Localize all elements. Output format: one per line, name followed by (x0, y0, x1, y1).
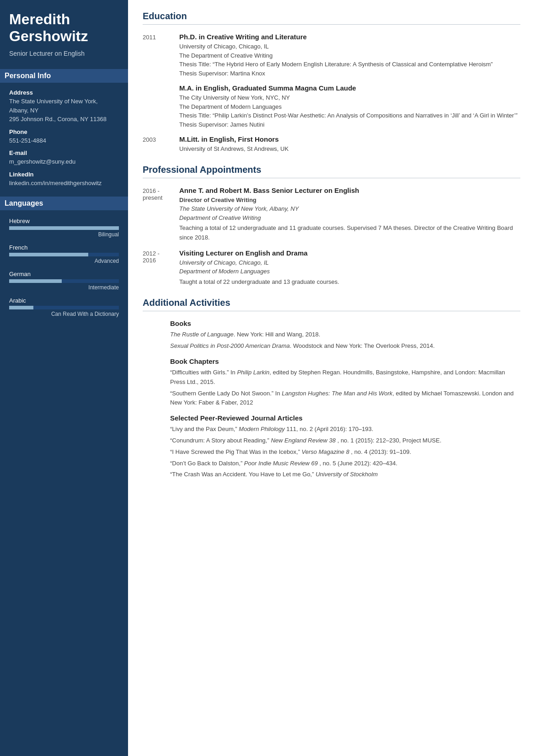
activities-heading: Additional Activities (143, 298, 520, 311)
candidate-name: Meredith Gershowitz (9, 11, 119, 45)
email-value: m_gershowitz@suny.edu (9, 157, 119, 166)
education-entry-phd: 2011 Ph.D. in Creative Writing and Liter… (143, 33, 520, 78)
entry-supervisor-ma: Thesis Supervisor: James Nutini (179, 120, 520, 129)
book-2-italic: Sexual Politics in Post-2000 American Dr… (170, 342, 290, 349)
lang-level-french: Advanced (9, 258, 119, 264)
lang-level-hebrew: Bilingual (9, 231, 119, 238)
sidebar: Meredith Gershowitz Senior Lecturer on E… (0, 0, 128, 756)
entry-content-mlitt: M.Litt. in English, First Honors Univers… (179, 135, 520, 154)
entry-content-prof2: Visiting Lecturer on English and Drama U… (179, 249, 520, 287)
linkedin-label: LinkedIn (9, 171, 119, 178)
candidate-title: Senior Lecturer on English (9, 49, 119, 59)
language-hebrew: Hebrew Bilingual (9, 218, 119, 238)
article-2-italic: New England Review 38 (271, 437, 336, 444)
entry-year-phd: 2011 (143, 33, 179, 78)
education-entry-mlitt: 2003 M.Litt. in English, First Honors Un… (143, 135, 520, 154)
chapter-2: “Southern Gentle Lady Do Not Swoon.” In … (170, 389, 520, 408)
education-entry-ma: M.A. in English, Graduated Summa Magna C… (143, 84, 520, 129)
article-3-italic: Verso Magazine 8 (302, 448, 349, 455)
professional-entry-1: 2016 -present Anne T. and Robert M. Bass… (143, 186, 520, 243)
entry-title-prof2: Visiting Lecturer on English and Drama (179, 249, 520, 257)
address-value: The State University of New York,Albany,… (9, 97, 119, 124)
entry-year-prof1: 2016 -present (143, 186, 179, 243)
entry-dept-ma: The Department of Modern Languages (179, 102, 520, 112)
entry-title-prof1: Anne T. and Robert M. Bass Senior Lectur… (179, 186, 520, 194)
entry-year-ma (143, 84, 179, 129)
book-chapters-heading: Book Chapters (170, 357, 520, 365)
chapter-1-italic: Philip Larkin (237, 369, 269, 376)
lang-bar-hebrew (9, 226, 119, 230)
article-4: “Don’t Go Back to Dalston,” Poor Indie M… (170, 459, 520, 469)
entry-body-prof1: Teaching a total of 12 undergraduate and… (179, 224, 520, 243)
entry-content-phd: Ph.D. in Creative Writing and Literature… (179, 33, 520, 78)
article-5-italic: University of Stockholm (316, 471, 378, 478)
language-german: German Intermediate (9, 271, 119, 291)
professional-entry-2: 2012 -2016 Visiting Lecturer on English … (143, 249, 520, 287)
entry-year-prof2: 2012 -2016 (143, 249, 179, 287)
linkedin-value: linkedin.com/in/meredithgershowitz (9, 179, 119, 188)
book-1-rest: . New York: Hill and Wang, 2018. (234, 331, 321, 338)
book-2-rest: . Woodstock and New York: The Overlook P… (290, 342, 435, 349)
entry-dept-phd: The Department of Creative Writing (179, 51, 520, 60)
book-2: Sexual Politics in Post-2000 American Dr… (170, 341, 520, 351)
education-heading: Education (143, 11, 520, 25)
article-2: “Conundrum: A Story about Reading,” New … (170, 436, 520, 446)
email-label: E-mail (9, 149, 119, 156)
lang-bar-arabic (9, 306, 119, 309)
entry-content-ma: M.A. in English, Graduated Summa Magna C… (179, 84, 520, 129)
article-1-italic: Modern Philology (239, 426, 284, 432)
books-heading: Books (170, 319, 520, 327)
entry-inst-prof2: University of Chicago, Chicago, IL (179, 258, 520, 267)
entry-subtitle-prof1: Director of Creative Writing (179, 196, 520, 205)
lang-level-german: Intermediate (9, 284, 119, 291)
personal-info-heading: Personal Info (0, 69, 128, 83)
phone-value: 551-251-4884 (9, 136, 119, 145)
lang-name-french: French (9, 244, 119, 251)
chapter-1: “Difficulties with Girls.” In Philip Lar… (170, 368, 520, 387)
entry-dept-prof2: Department of Modern Languages (179, 267, 520, 276)
entry-dept-prof1: Department of Creative Writing (179, 213, 520, 223)
lang-name-german: German (9, 271, 119, 277)
entry-year-mlitt: 2003 (143, 135, 179, 154)
article-5: “The Crash Was an Accident. You Have to … (170, 470, 520, 479)
entry-institution-mlitt: University of St Andrews, St Andrews, UK (179, 144, 520, 154)
entry-thesis-phd: Thesis Title: “The Hybrid Hero of Early … (179, 60, 520, 69)
lang-name-arabic: Arabic (9, 297, 119, 304)
entry-body-prof2: Taught a total of 22 undergraduate and 1… (179, 277, 520, 287)
language-french: French Advanced (9, 244, 119, 264)
lang-name-hebrew: Hebrew (9, 218, 119, 224)
chapter-2-italic: Langston Hughes: The Man and His Work (282, 390, 392, 397)
book-1: The Rustle of Language. New York: Hill a… (170, 330, 520, 340)
entry-supervisor-phd: Thesis Supervisor: Martina Knox (179, 69, 520, 78)
lang-bar-french (9, 253, 119, 256)
entry-institution-phd: University of Chicago, Chicago, IL (179, 42, 520, 51)
article-3: “I Have Screwed the Pig That Was in the … (170, 447, 520, 457)
address-label: Address (9, 89, 119, 96)
entry-thesis-ma: Thesis Title: “Philip Larkin’s Distinct … (179, 111, 520, 120)
peer-reviewed-heading: Selected Peer-Reviewed Journal Articles (170, 414, 520, 422)
language-arabic: Arabic Can Read With a Dictionary (9, 297, 119, 317)
entry-title-mlitt: M.Litt. in English, First Honors (179, 135, 520, 143)
languages-heading: Languages (0, 197, 128, 210)
entry-content-prof1: Anne T. and Robert M. Bass Senior Lectur… (179, 186, 520, 243)
book-1-italic: The Rustle of Language (170, 331, 234, 338)
lang-bar-german (9, 279, 119, 283)
article-1: “Livy and the Pax Deum,” Modern Philolog… (170, 425, 520, 434)
article-4-italic: Poor Indie Music Review 69 (244, 460, 318, 467)
professional-heading: Professional Appointments (143, 165, 520, 178)
entry-institution-ma: The City University of New York, NYC, NY (179, 93, 520, 102)
main-content: Education 2011 Ph.D. in Creative Writing… (128, 0, 535, 756)
entry-title-phd: Ph.D. in Creative Writing and Literature (179, 33, 520, 41)
phone-label: Phone (9, 128, 119, 135)
lang-level-arabic: Can Read With a Dictionary (9, 311, 119, 317)
entry-inst-prof1: The State University of New York, Albany… (179, 204, 520, 213)
activities-block: Books The Rustle of Language. New York: … (170, 319, 520, 479)
entry-title-ma: M.A. in English, Graduated Summa Magna C… (179, 84, 520, 92)
